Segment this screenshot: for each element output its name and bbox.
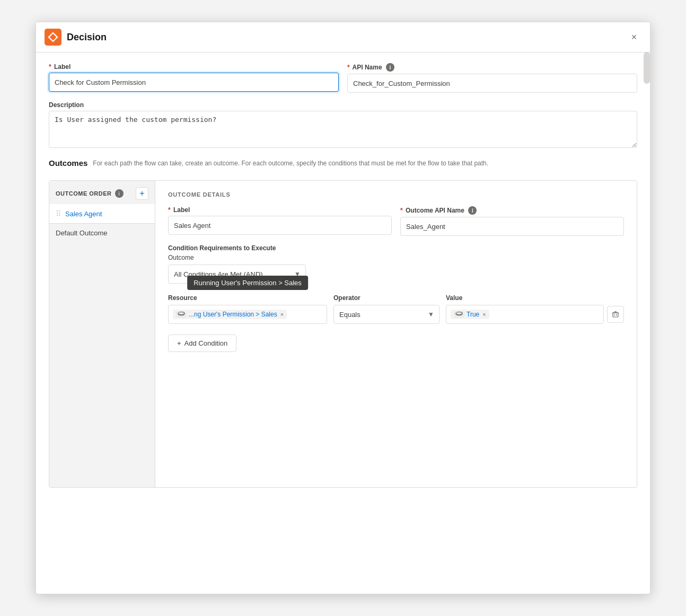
api-name-label: * API Name i	[347, 63, 637, 72]
conditions-table: Resource Operator Value	[168, 294, 624, 324]
add-condition-icon: +	[177, 339, 181, 347]
condition-req-sub: Outcome	[168, 254, 624, 261]
condition-row: ...ng User's Permission > Sales × Runnin…	[168, 305, 624, 324]
close-button[interactable]: ×	[627, 30, 641, 45]
resource-pill-close-icon[interactable]: ×	[280, 311, 284, 318]
scrollbar[interactable]	[644, 52, 650, 84]
label-input[interactable]	[49, 73, 339, 92]
outcome-details-panel: OUTCOME DETAILS * Label * Outcome API Na	[155, 181, 637, 487]
label-apiname-row: * Label * API Name i	[49, 63, 637, 93]
svg-point-3	[178, 312, 184, 315]
drag-handle-icon: ⠿	[56, 209, 61, 218]
label-field-label: * Label	[49, 63, 339, 71]
modal-title: Decision	[67, 32, 621, 43]
required-star-outcome: *	[168, 206, 171, 214]
resource-text: ...ng User's Permission > Sales	[189, 311, 277, 318]
delete-condition-button[interactable]	[607, 306, 624, 323]
condition-req-select[interactable]: All Conditions Are Met (AND)Any Conditio…	[168, 265, 306, 284]
operator-select-wrapper: EqualsNot EqualsIs NullIs Changed ▼	[333, 305, 439, 324]
outcomes-description: For each path the flow can take, create …	[93, 160, 488, 167]
outcome-label-field-label: * Label	[168, 206, 392, 214]
outcome-order-header: OUTCOME ORDER i +	[49, 181, 155, 204]
value-input-wrapper[interactable]: True ×	[446, 305, 604, 324]
svg-rect-5	[613, 313, 618, 317]
resource-db-icon	[178, 312, 185, 317]
outcomes-header: Outcomes For each path the flow can take…	[49, 159, 637, 172]
outcomes-container: OUTCOME ORDER i + ⠿ Sales Agent Default …	[49, 180, 637, 488]
modal-header: Decision ×	[36, 22, 650, 52]
api-name-input[interactable]	[347, 74, 637, 93]
description-group: Description	[49, 101, 637, 148]
outcome-apiname-group: * Outcome API Name i	[400, 206, 624, 236]
add-condition-button[interactable]: + Add Condition	[168, 335, 236, 352]
add-outcome-button[interactable]: +	[136, 187, 148, 200]
condition-req-section: Condition Requirements to Execute Outcom…	[168, 244, 624, 284]
outcomes-title: Outcomes	[49, 159, 87, 168]
salesforce-icon	[45, 29, 61, 46]
add-condition-label: Add Condition	[184, 339, 228, 347]
condition-req-select-wrapper: All Conditions Are Met (AND)Any Conditio…	[168, 265, 306, 284]
outcome-apiname-info-icon[interactable]: i	[468, 206, 477, 215]
outcome-label-input[interactable]	[168, 216, 392, 235]
outcome-label-group: * Label	[168, 206, 392, 236]
svg-point-4	[456, 312, 462, 315]
modal-body: * Label * API Name i Description Outc	[36, 52, 650, 594]
resource-field-icon	[176, 311, 187, 318]
api-name-info-icon[interactable]: i	[386, 63, 394, 72]
label-group: * Label	[49, 63, 339, 93]
condition-req-label: Condition Requirements to Execute	[168, 244, 624, 252]
outcome-order-info-icon[interactable]: i	[115, 189, 124, 198]
outcome-order-label: OUTCOME ORDER	[56, 190, 112, 197]
conditions-header: Resource Operator Value	[168, 294, 624, 302]
value-icon	[454, 311, 464, 318]
value-pill-close-icon[interactable]: ×	[482, 311, 486, 318]
value-pill: True ×	[451, 310, 489, 319]
required-star-outcome-api: *	[400, 207, 403, 214]
outcome-details-title: OUTCOME DETAILS	[168, 191, 624, 198]
resource-pill: ...ng User's Permission > Sales ×	[173, 310, 287, 319]
api-name-group: * API Name i	[347, 63, 637, 93]
decision-modal: Decision × * Label * API Name i	[36, 22, 650, 594]
outcome-apiname-input[interactable]	[400, 217, 624, 236]
resource-field[interactable]: ...ng User's Permission > Sales × Runnin…	[168, 305, 327, 324]
value-area: True ×	[446, 305, 624, 324]
required-star: *	[49, 63, 51, 71]
outcome-apiname-label: * Outcome API Name i	[400, 206, 624, 215]
outcome-label-apiname-row: * Label * Outcome API Name i	[168, 206, 624, 236]
description-textarea[interactable]	[49, 111, 637, 148]
default-outcome-item[interactable]: Default Outcome	[49, 224, 155, 242]
value-db-icon	[455, 312, 463, 317]
required-star-api: *	[347, 64, 350, 71]
value-pill-text: True	[467, 311, 479, 318]
outcomes-sidebar: OUTCOME ORDER i + ⠿ Sales Agent Default …	[49, 181, 155, 487]
trash-icon	[612, 311, 619, 318]
resource-col-header: Resource	[168, 294, 327, 302]
description-label: Description	[49, 101, 637, 109]
value-col-header: Value	[446, 294, 624, 302]
outcome-item-sales-agent[interactable]: ⠿ Sales Agent	[49, 204, 155, 224]
outcome-item-label: Sales Agent	[65, 210, 102, 218]
operator-select[interactable]: EqualsNot EqualsIs NullIs Changed	[333, 305, 439, 324]
operator-col-header: Operator	[333, 294, 439, 302]
